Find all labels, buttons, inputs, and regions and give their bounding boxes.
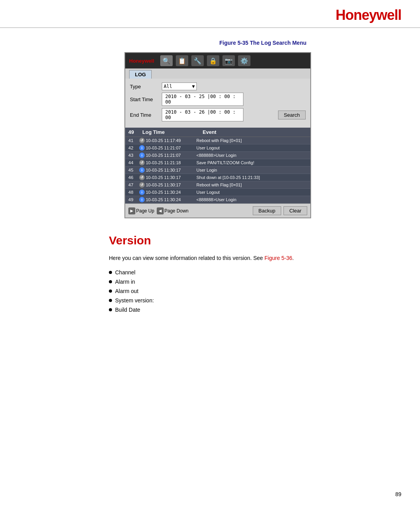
page-down-icon: ◀ (157, 207, 164, 214)
row-time: 10-03-25 11:30:17 (146, 168, 196, 172)
backup-button[interactable]: Backup (253, 206, 281, 215)
page-up-btn[interactable]: ▶ Page Up (128, 207, 154, 214)
row-num: 45 (128, 168, 139, 172)
end-time-label: End Time (130, 112, 162, 118)
version-list-item: Alarm out (109, 288, 401, 294)
table-row: 43 i 10-03-25 11:21:07 <888888>User Logi… (125, 152, 310, 159)
list-item-text: System version: (115, 297, 154, 304)
row-time: 10-03-25 11:21:18 (146, 160, 196, 165)
table-row: 42 i 10-03-25 11:21:07 User Logout (125, 144, 310, 152)
topbar-record-icon[interactable]: 📋 (176, 55, 188, 66)
row-time: 10-03-25 11:30:24 (146, 190, 196, 195)
topbar-system-icon[interactable]: ⚙️ (238, 55, 250, 66)
end-time-input[interactable]: 2010 - 03 - 26 |00 : 00 : 00 (162, 108, 243, 121)
list-item-text: Alarm in (115, 279, 135, 285)
topbar-settings-icon[interactable]: 🔧 (191, 55, 204, 66)
page-header: Honeywell (0, 0, 420, 28)
list-item-text: Channel (115, 269, 135, 276)
table-row: 47 ↺ 10-03-25 11:30:17 Reboot with Flag … (125, 181, 310, 189)
end-time-row: End Time 2010 - 03 - 26 |00 : 00 : 00 Se… (130, 108, 306, 121)
row-type-icon: i (139, 145, 145, 151)
row-time: 10-03-25 11:30:17 (146, 183, 196, 187)
search-button[interactable]: Search (278, 111, 306, 119)
version-list-item: Alarm in (109, 279, 401, 285)
row-type-icon: i (139, 190, 145, 195)
start-time-value: 2010 - 03 - 25 |00 : 00 : 00 (165, 94, 240, 105)
row-event: Save PAN/TILT/ZOOM Config! (196, 160, 307, 165)
list-item-text: Alarm out (115, 288, 138, 294)
main-content: Figure 5-35 The Log Search Menu Honeywel… (0, 28, 420, 332)
bullet-icon (109, 299, 112, 302)
version-list-item: System version: (109, 297, 401, 304)
row-num: 46 (128, 175, 139, 180)
row-num: 43 (128, 153, 139, 158)
page-down-btn[interactable]: ◀ Page Down (157, 207, 189, 214)
row-num: 48 (128, 190, 139, 195)
version-figure-link[interactable]: Figure 5-36 (264, 255, 292, 261)
col-num-header: 49 (128, 129, 142, 135)
bullet-icon (109, 308, 112, 311)
topbar-search-icon[interactable]: 🔍 (160, 55, 173, 66)
table-row: 49 i 10-03-25 11:30:24 <888888>User Logi… (125, 196, 310, 204)
form-area: Type All ▼ Start Time 2010 - 03 - 25 |00… (125, 79, 310, 128)
row-event: Reboot with Flag [0×01] (196, 138, 307, 143)
row-time: 10-03-25 11:30:24 (146, 197, 196, 202)
table-row: 45 i 10-03-25 11:30:17 User Login (125, 167, 310, 174)
row-type-icon: i (139, 197, 145, 202)
version-list-item: Build Date (109, 307, 401, 313)
type-value: All (164, 84, 172, 89)
row-event: Shut down at [10-03-25 11:21:33] (196, 175, 307, 180)
type-label: Type (130, 84, 162, 90)
page-number: 89 (395, 491, 401, 497)
table-rows-container: 41 ↺ 10-03-25 11:17:49 Reboot with Flag … (125, 137, 310, 204)
bullet-icon (109, 271, 112, 274)
start-time-input[interactable]: 2010 - 03 - 25 |00 : 00 : 00 (162, 93, 243, 106)
version-description: Here you can view some information relat… (109, 254, 401, 262)
table-row: 48 i 10-03-25 11:30:24 User Logout (125, 189, 310, 196)
page-up-icon: ▶ (128, 207, 135, 214)
version-list-item: Channel (109, 269, 401, 276)
list-item-text: Build Date (115, 307, 140, 313)
row-type-icon: ↺ (139, 138, 145, 143)
row-num: 49 (128, 197, 139, 202)
row-event: Reboot with Flag [0×01] (196, 183, 307, 187)
row-event: User Logout (196, 190, 307, 195)
clear-button[interactable]: Clear (284, 206, 307, 215)
topbar-camera-icon[interactable]: 📷 (222, 55, 235, 66)
row-type-icon: i (139, 153, 145, 158)
end-time-value: 2010 - 03 - 26 |00 : 00 : 00 (165, 109, 240, 120)
row-event: User Login (196, 168, 307, 172)
version-list: ChannelAlarm inAlarm outSystem version:B… (109, 269, 401, 313)
col-time-header: Log Time (142, 129, 203, 135)
start-time-row: Start Time 2010 - 03 - 25 |00 : 00 : 00 (130, 93, 306, 106)
figure-caption: Figure 5-35 The Log Search Menu (109, 40, 401, 46)
row-event: <888888>User Login (196, 197, 307, 202)
row-num: 47 (128, 183, 139, 187)
version-desc-part2: . (292, 255, 294, 261)
honeywell-logo: Honeywell (336, 7, 401, 23)
bullet-icon (109, 290, 112, 293)
table-row: 44 ↺ 10-03-25 11:21:18 Save PAN/TILT/ZOO… (125, 159, 310, 167)
bullet-icon (109, 280, 112, 283)
col-event-header: Event (203, 129, 307, 135)
row-type-icon: i (139, 167, 145, 173)
version-desc-part1: Here you can view some information relat… (109, 255, 264, 261)
log-tab-area: LOG (125, 68, 310, 79)
row-time: 10-03-25 11:21:07 (146, 146, 196, 150)
row-time: 10-03-25 11:17:49 (146, 138, 196, 143)
row-num: 44 (128, 160, 139, 165)
page-up-label: Page Up (136, 208, 154, 214)
type-select[interactable]: All ▼ (162, 82, 197, 90)
type-row: Type All ▼ (130, 82, 306, 90)
log-tab[interactable]: LOG (129, 70, 152, 79)
panel-brand: Honeywell (129, 58, 154, 64)
table-row: 46 ↺ 10-03-25 11:30:17 Shut down at [10-… (125, 174, 310, 181)
dropdown-arrow-icon: ▼ (192, 84, 195, 89)
row-num: 42 (128, 146, 139, 150)
table-header: 49 Log Time Event (125, 128, 310, 137)
ui-panel: Honeywell 🔍 📋 🔧 🔒 📷 ⚙️ LOG Type All ▼ (124, 52, 311, 218)
topbar-lock-icon[interactable]: 🔒 (207, 55, 219, 66)
panel-topbar: Honeywell 🔍 📋 🔧 🔒 📷 ⚙️ (125, 53, 310, 68)
row-type-icon: ↺ (139, 175, 145, 180)
start-time-label: Start Time (130, 97, 162, 102)
